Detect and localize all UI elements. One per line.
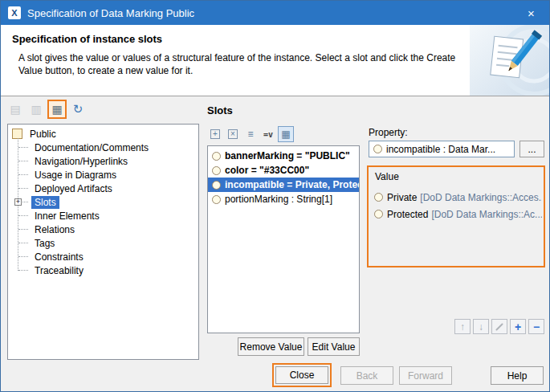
specification-dialog: X Specification of Data Marking Public ×… bbox=[0, 0, 550, 392]
header-description-line1: A slot gives the value or values of a st… bbox=[18, 51, 455, 64]
app-icon-letter: X bbox=[11, 8, 17, 18]
customize-view-button[interactable]: ▦ bbox=[47, 100, 67, 119]
pencil-icon bbox=[495, 323, 503, 331]
tree-item-documentation-comments[interactable]: Documentation/Comments bbox=[10, 141, 198, 154]
property-combo[interactable]: incompatible : Data Mar... bbox=[369, 141, 515, 157]
slot-row-incompatible[interactable]: incompatible = Private, Protected bbox=[208, 178, 359, 192]
document-pencil-illustration bbox=[470, 25, 549, 96]
show-values-button[interactable]: =v bbox=[260, 126, 276, 142]
tree-item-label: Tags bbox=[31, 237, 58, 250]
tree-item-traceability[interactable]: Traceability bbox=[10, 263, 198, 277]
tree-item-label: Navigation/Hyperlinks bbox=[31, 155, 131, 168]
close-button-highlight: Close bbox=[272, 363, 332, 387]
slot-row-bannermarking[interactable]: bannerMarking = "PUBLIC" bbox=[208, 149, 359, 163]
plus-icon: + bbox=[515, 321, 521, 333]
window-title: Specification of Data Marking Public bbox=[27, 7, 513, 19]
slot-label: incompatible = Private, Protected bbox=[225, 179, 360, 190]
tree-item-label: Documentation/Comments bbox=[31, 141, 152, 154]
slot-row-portionmarking[interactable]: portionMarking : String[1] bbox=[208, 192, 359, 206]
dialog-header: Specification of instance slots A slot g… bbox=[1, 25, 549, 96]
tree-item-label: Usage in Diagrams bbox=[31, 169, 120, 182]
value-row-private[interactable]: Private [DoD Data Markings::Acces... bbox=[373, 189, 542, 206]
value-list: Private [DoD Data Markings::Acces... Pro… bbox=[373, 189, 542, 223]
tree-item-label: Slots bbox=[31, 196, 59, 209]
tree-item-navigation-hyperlinks[interactable]: Navigation/Hyperlinks bbox=[10, 154, 198, 168]
slot-icon bbox=[374, 210, 383, 218]
expand-nodes-icon: ≡ bbox=[247, 129, 253, 140]
navigation-tree: Public Documentation/Comments Navigation… bbox=[7, 124, 199, 360]
delete-value-icon: × bbox=[228, 129, 238, 139]
slot-label: color = "#33CC00" bbox=[225, 165, 309, 176]
value-name: Protected bbox=[387, 209, 428, 220]
close-icon: × bbox=[528, 6, 535, 20]
tree-item-slots[interactable]: + Slots bbox=[10, 195, 198, 209]
move-up-button[interactable]: ↑ bbox=[454, 319, 471, 334]
titlebar: X Specification of Data Marking Public × bbox=[1, 1, 549, 25]
remove-value-small-button[interactable]: − bbox=[528, 319, 544, 334]
tree-item-usage-in-diagrams[interactable]: Usage in Diagrams bbox=[10, 168, 198, 182]
help-button[interactable]: Help bbox=[491, 366, 544, 385]
expand-nodes-button[interactable]: ≡ bbox=[242, 126, 259, 142]
tree-children: Documentation/Comments Navigation/Hyperl… bbox=[10, 141, 198, 277]
collapse-all-icon: ▤ bbox=[10, 103, 20, 116]
expand-all-icon: ▥ bbox=[31, 103, 41, 116]
close-window-button[interactable]: × bbox=[513, 1, 549, 25]
tree-item-label: Deployed Artifacts bbox=[31, 182, 116, 195]
move-down-button[interactable]: ↓ bbox=[473, 319, 489, 334]
minus-icon: − bbox=[533, 321, 540, 333]
header-description-line2: Value button, to create a new value for … bbox=[18, 64, 455, 77]
property-label: Property: bbox=[369, 127, 408, 138]
edit-value-button[interactable]: Edit Value bbox=[308, 337, 360, 356]
value-group-highlight: Value Private [DoD Data Markings::Acces.… bbox=[367, 165, 545, 267]
slot-icon bbox=[212, 195, 221, 204]
value-qualifier: [DoD Data Markings::Acces... bbox=[420, 192, 542, 203]
value-row-protected[interactable]: Protected [DoD Data Markings::Ac... bbox=[373, 206, 542, 223]
slot-icon bbox=[212, 166, 221, 175]
main-toolbar: ▤ ▥ ▦ ↻ bbox=[6, 100, 88, 119]
add-value-button[interactable]: + bbox=[510, 319, 526, 334]
tree-item-deployed-artifacts[interactable]: Deployed Artifacts bbox=[10, 182, 198, 195]
tree-item-public[interactable]: Public bbox=[10, 127, 198, 141]
grid-view-icon: ▦ bbox=[281, 129, 290, 140]
header-description: A slot gives the value or values of a st… bbox=[18, 51, 455, 77]
refresh-button[interactable]: ↻ bbox=[68, 100, 88, 119]
expander-plus-icon[interactable]: + bbox=[14, 198, 22, 206]
slot-row-color[interactable]: color = "#33CC00" bbox=[208, 163, 359, 178]
slot-icon bbox=[373, 145, 382, 153]
back-button[interactable]: Back bbox=[340, 366, 393, 385]
tree-item-constraints[interactable]: Constraints bbox=[10, 250, 198, 263]
create-value-button[interactable]: + bbox=[207, 126, 223, 142]
grid-view-button[interactable]: ▦ bbox=[278, 126, 294, 142]
delete-value-button[interactable]: × bbox=[225, 126, 241, 142]
slot-icon bbox=[212, 152, 221, 161]
expand-all-button[interactable]: ▥ bbox=[26, 100, 46, 119]
collapse-all-button[interactable]: ▤ bbox=[6, 100, 25, 119]
show-values-icon: =v bbox=[263, 130, 273, 139]
tree-item-label: Traceability bbox=[31, 264, 87, 277]
browse-property-button[interactable]: ... bbox=[519, 141, 544, 157]
tree-item-label: Inner Elements bbox=[31, 210, 103, 223]
tree-item-inner-elements[interactable]: Inner Elements bbox=[10, 209, 198, 223]
down-arrow-icon: ↓ bbox=[479, 321, 483, 333]
value-group-title: Value bbox=[375, 171, 399, 182]
remove-value-button[interactable]: Remove Value bbox=[238, 337, 304, 356]
forward-button[interactable]: Forward bbox=[399, 366, 452, 385]
refresh-icon: ↻ bbox=[73, 102, 84, 116]
tree-item-relations[interactable]: Relations bbox=[10, 223, 198, 236]
slot-icon bbox=[374, 193, 383, 202]
edit-value-small-button[interactable] bbox=[491, 319, 507, 334]
header-title: Specification of instance slots bbox=[12, 33, 162, 45]
create-value-icon: + bbox=[210, 129, 220, 139]
tree-item-tags[interactable]: Tags bbox=[10, 236, 198, 250]
tree-root-label: Public bbox=[26, 128, 59, 141]
tree-item-label: Relations bbox=[31, 223, 78, 236]
value-actions: ↑ ↓ + − bbox=[454, 319, 544, 334]
slot-label: portionMarking : String[1] bbox=[225, 194, 332, 205]
slots-toolbar: + × ≡ =v ▦ bbox=[207, 126, 294, 142]
app-icon: X bbox=[8, 6, 21, 19]
tree-item-label: Constraints bbox=[31, 251, 87, 263]
property-value: incompatible : Data Mar... bbox=[386, 144, 495, 155]
slot-list: bannerMarking = "PUBLIC" color = "#33CC0… bbox=[207, 145, 360, 333]
up-arrow-icon: ↑ bbox=[460, 321, 465, 333]
close-button[interactable]: Close bbox=[275, 366, 328, 384]
